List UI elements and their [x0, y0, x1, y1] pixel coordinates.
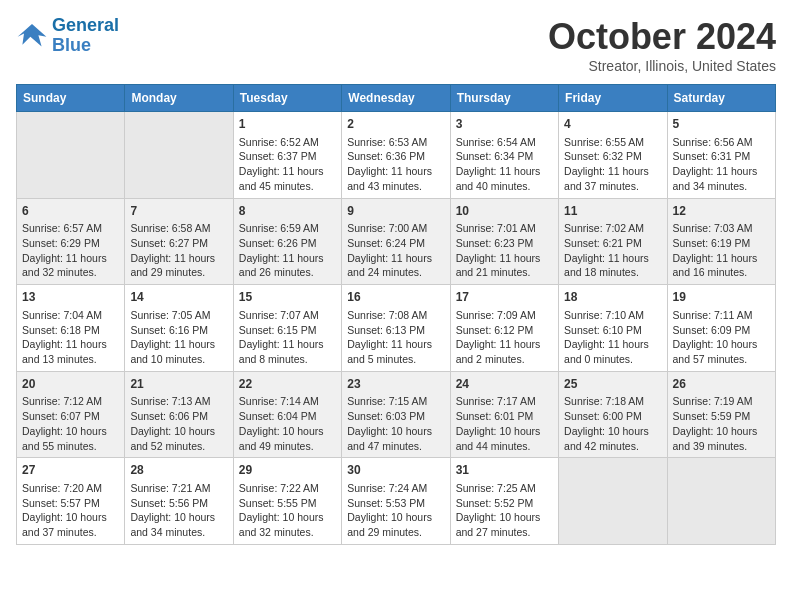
calendar-cell	[667, 458, 775, 545]
day-number: 1	[239, 116, 336, 133]
day-number: 6	[22, 203, 119, 220]
day-number: 17	[456, 289, 553, 306]
weekday-header: Tuesday	[233, 85, 341, 112]
day-info-line: Sunset: 6:23 PM	[456, 236, 553, 251]
day-info-line: and 37 minutes.	[22, 525, 119, 540]
day-info-line: and 40 minutes.	[456, 179, 553, 194]
day-info-line: Sunrise: 7:01 AM	[456, 221, 553, 236]
day-info-line: Sunset: 5:56 PM	[130, 496, 227, 511]
calendar-cell: 12Sunrise: 7:03 AMSunset: 6:19 PMDayligh…	[667, 198, 775, 285]
day-number: 30	[347, 462, 444, 479]
day-info-line: Sunset: 5:53 PM	[347, 496, 444, 511]
day-number: 25	[564, 376, 661, 393]
calendar-cell: 16Sunrise: 7:08 AMSunset: 6:13 PMDayligh…	[342, 285, 450, 372]
calendar-table: SundayMondayTuesdayWednesdayThursdayFrid…	[16, 84, 776, 545]
day-number: 7	[130, 203, 227, 220]
day-info-line: Sunrise: 6:56 AM	[673, 135, 770, 150]
calendar-cell: 11Sunrise: 7:02 AMSunset: 6:21 PMDayligh…	[559, 198, 667, 285]
day-info-line: Sunrise: 7:20 AM	[22, 481, 119, 496]
day-info-line: Daylight: 11 hours	[564, 164, 661, 179]
day-info-line: and 10 minutes.	[130, 352, 227, 367]
day-number: 28	[130, 462, 227, 479]
day-info-line: Sunset: 6:21 PM	[564, 236, 661, 251]
day-info-line: Daylight: 11 hours	[130, 337, 227, 352]
calendar-cell: 27Sunrise: 7:20 AMSunset: 5:57 PMDayligh…	[17, 458, 125, 545]
calendar-week-row: 20Sunrise: 7:12 AMSunset: 6:07 PMDayligh…	[17, 371, 776, 458]
day-info-line: Sunrise: 6:54 AM	[456, 135, 553, 150]
weekday-header: Thursday	[450, 85, 558, 112]
day-info-line: Sunset: 5:57 PM	[22, 496, 119, 511]
day-info-line: and 24 minutes.	[347, 265, 444, 280]
day-number: 10	[456, 203, 553, 220]
day-info-line: and 34 minutes.	[673, 179, 770, 194]
day-info-line: Daylight: 11 hours	[22, 251, 119, 266]
day-info-line: Daylight: 11 hours	[347, 251, 444, 266]
day-info-line: and 32 minutes.	[239, 525, 336, 540]
day-info-line: and 44 minutes.	[456, 439, 553, 454]
calendar-cell	[17, 112, 125, 199]
calendar-cell: 2Sunrise: 6:53 AMSunset: 6:36 PMDaylight…	[342, 112, 450, 199]
calendar-cell: 25Sunrise: 7:18 AMSunset: 6:00 PMDayligh…	[559, 371, 667, 458]
day-info-line: Sunrise: 6:57 AM	[22, 221, 119, 236]
day-info-line: Sunset: 6:10 PM	[564, 323, 661, 338]
calendar-cell	[125, 112, 233, 199]
title-block: October 2024 Streator, Illinois, United …	[548, 16, 776, 74]
day-info-line: and 13 minutes.	[22, 352, 119, 367]
weekday-header: Wednesday	[342, 85, 450, 112]
calendar-week-row: 6Sunrise: 6:57 AMSunset: 6:29 PMDaylight…	[17, 198, 776, 285]
day-info-line: Daylight: 11 hours	[564, 337, 661, 352]
day-info-line: Sunset: 6:09 PM	[673, 323, 770, 338]
day-info-line: Daylight: 10 hours	[239, 424, 336, 439]
day-info-line: and 2 minutes.	[456, 352, 553, 367]
day-info-line: Sunset: 6:12 PM	[456, 323, 553, 338]
day-info-line: Daylight: 10 hours	[347, 510, 444, 525]
calendar-cell: 22Sunrise: 7:14 AMSunset: 6:04 PMDayligh…	[233, 371, 341, 458]
day-info-line: and 52 minutes.	[130, 439, 227, 454]
day-info-line: Sunset: 6:15 PM	[239, 323, 336, 338]
day-info-line: Sunset: 5:55 PM	[239, 496, 336, 511]
day-info-line: Sunset: 6:27 PM	[130, 236, 227, 251]
day-number: 23	[347, 376, 444, 393]
day-info-line: and 26 minutes.	[239, 265, 336, 280]
day-info-line: Sunrise: 7:24 AM	[347, 481, 444, 496]
day-info-line: Sunset: 6:29 PM	[22, 236, 119, 251]
page-header: General Blue October 2024 Streator, Illi…	[16, 16, 776, 74]
day-number: 8	[239, 203, 336, 220]
day-number: 21	[130, 376, 227, 393]
day-info-line: Sunrise: 6:55 AM	[564, 135, 661, 150]
day-info-line: Sunrise: 7:08 AM	[347, 308, 444, 323]
day-info-line: and 55 minutes.	[22, 439, 119, 454]
calendar-cell: 10Sunrise: 7:01 AMSunset: 6:23 PMDayligh…	[450, 198, 558, 285]
day-info-line: Daylight: 10 hours	[239, 510, 336, 525]
day-info-line: and 34 minutes.	[130, 525, 227, 540]
calendar-week-row: 27Sunrise: 7:20 AMSunset: 5:57 PMDayligh…	[17, 458, 776, 545]
day-number: 26	[673, 376, 770, 393]
day-info-line: Daylight: 11 hours	[456, 164, 553, 179]
day-info-line: and 27 minutes.	[456, 525, 553, 540]
day-info-line: Daylight: 11 hours	[456, 251, 553, 266]
calendar-cell: 13Sunrise: 7:04 AMSunset: 6:18 PMDayligh…	[17, 285, 125, 372]
month-title: October 2024	[548, 16, 776, 58]
day-number: 14	[130, 289, 227, 306]
day-info-line: and 57 minutes.	[673, 352, 770, 367]
day-info-line: Sunrise: 7:02 AM	[564, 221, 661, 236]
day-info-line: Sunset: 6:37 PM	[239, 149, 336, 164]
day-info-line: Daylight: 10 hours	[347, 424, 444, 439]
day-number: 19	[673, 289, 770, 306]
weekday-header: Friday	[559, 85, 667, 112]
day-info-line: and 43 minutes.	[347, 179, 444, 194]
logo: General Blue	[16, 16, 119, 56]
weekday-header: Sunday	[17, 85, 125, 112]
day-info-line: Sunrise: 6:58 AM	[130, 221, 227, 236]
day-info-line: Sunset: 6:01 PM	[456, 409, 553, 424]
day-info-line: Daylight: 10 hours	[564, 424, 661, 439]
calendar-cell: 29Sunrise: 7:22 AMSunset: 5:55 PMDayligh…	[233, 458, 341, 545]
day-number: 18	[564, 289, 661, 306]
day-number: 4	[564, 116, 661, 133]
day-info-line: and 16 minutes.	[673, 265, 770, 280]
day-info-line: Sunrise: 7:14 AM	[239, 394, 336, 409]
day-info-line: Sunrise: 7:15 AM	[347, 394, 444, 409]
day-number: 24	[456, 376, 553, 393]
calendar-cell: 26Sunrise: 7:19 AMSunset: 5:59 PMDayligh…	[667, 371, 775, 458]
day-number: 9	[347, 203, 444, 220]
